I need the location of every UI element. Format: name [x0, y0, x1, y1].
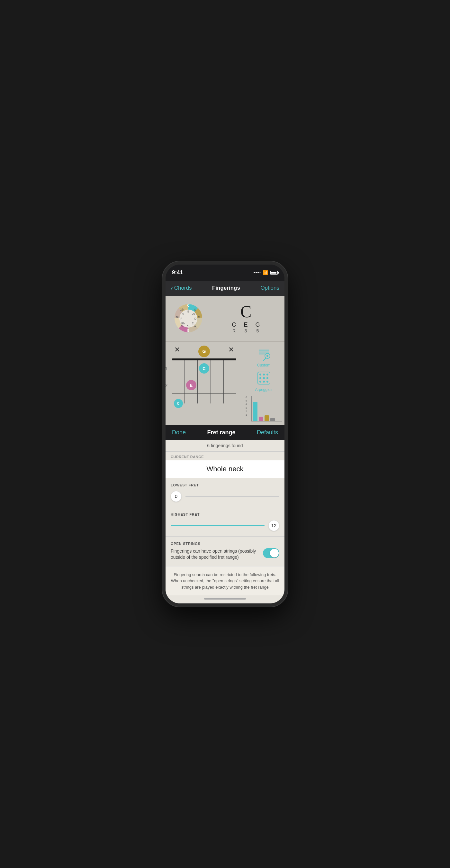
lowest-fret-slider-row: 0	[171, 491, 279, 502]
svg-point-27	[263, 381, 265, 382]
bottom-bar: Done Fret range Defaults	[165, 425, 285, 440]
fret-cell-1-2	[185, 361, 198, 377]
fret-cell-2-3	[198, 377, 211, 394]
fret-row-3: C	[172, 394, 236, 403]
options-button[interactable]: Options	[260, 285, 279, 291]
fret-cell-3-3	[198, 394, 211, 403]
fretboard-grid: 1 C 2 E	[172, 359, 236, 403]
note-name-e: E	[244, 321, 248, 328]
lowest-fret-label: LOWEST FRET	[171, 483, 279, 487]
current-range-header: CURRENT RANGE	[165, 452, 285, 460]
note-interval-g: 5	[257, 328, 259, 333]
fret-cell-3-2	[185, 394, 198, 403]
lowest-fret-section: LOWEST FRET 0	[165, 478, 285, 507]
chart-bar-2	[259, 416, 263, 421]
note-interval-c: R	[232, 328, 235, 333]
svg-point-23	[259, 377, 261, 379]
open-strings-desc: Fingerings can have open strings (possib…	[171, 548, 259, 561]
chord-notes: C R E 3 G 5	[232, 321, 260, 333]
chart-bars	[251, 396, 282, 422]
svg-text:Bb: Bb	[176, 316, 179, 319]
svg-point-24	[263, 377, 265, 379]
svg-point-28	[266, 381, 268, 382]
defaults-button[interactable]: Defaults	[257, 429, 278, 436]
battery-icon	[270, 271, 278, 275]
svg-text:F: F	[180, 317, 182, 320]
svg-text:D: D	[198, 316, 200, 319]
fret-cell-3-4	[211, 394, 224, 403]
finger-dot-c2: C	[174, 399, 183, 408]
chord-info: C C R E 3 G 5	[213, 304, 279, 333]
info-text: Fingering search can be restricted to th…	[171, 571, 279, 591]
wifi-icon: 📶	[263, 270, 268, 275]
fret-row-1: 1 C	[172, 361, 236, 377]
chart-bar-1	[253, 402, 257, 421]
bottom-title: Fret range	[207, 429, 235, 436]
top-markers: ✕ G ✕	[169, 346, 239, 357]
y-label-2: 2	[246, 410, 247, 413]
arpeggios-label: Arpeggios	[255, 388, 272, 392]
done-button[interactable]: Done	[172, 429, 186, 436]
open-strings-section: OPEN STRINGS Fingerings can have open st…	[165, 536, 285, 566]
svg-point-18	[266, 355, 268, 357]
highest-fret-fill	[171, 525, 264, 526]
settings-area: 6 fingerings found CURRENT RANGE Whole n…	[165, 440, 285, 604]
chord-note-c: C R	[232, 321, 236, 333]
y-label-5: 5	[246, 399, 247, 402]
note-name-g: G	[256, 321, 260, 328]
highest-fret-thumb[interactable]: 12	[268, 520, 279, 531]
y-label-1: 1	[246, 413, 247, 416]
lowest-fret-track[interactable]	[186, 496, 279, 497]
finger-dot-c: C	[199, 363, 209, 374]
y-label-3: 3	[246, 406, 247, 409]
finger-dot-e: E	[186, 380, 196, 390]
fret-number-1: 1	[165, 366, 167, 371]
svg-text:B: B	[181, 325, 183, 328]
custom-button[interactable]: Custom	[246, 346, 282, 368]
fret-cell-2-2: E	[185, 377, 198, 394]
svg-text:E: E	[187, 329, 190, 333]
circle-of-fifths[interactable]: B Db D Eb Bb Gb F A C G D A E B Bb Gb	[171, 301, 206, 336]
lowest-fret-thumb[interactable]: 0	[171, 491, 182, 502]
nav-bar: ‹ Chords Fingerings Options	[165, 281, 285, 296]
home-bar	[204, 598, 246, 599]
open-strings-toggle-row: Fingerings can have open strings (possib…	[171, 548, 279, 561]
marker-x-1: ✕	[171, 346, 184, 357]
svg-text:G: G	[194, 308, 196, 311]
svg-text:Bb: Bb	[186, 325, 190, 328]
chord-note-g: G 5	[256, 321, 260, 333]
page-title: Fingerings	[212, 285, 240, 291]
fretboard-section[interactable]: ✕ G ✕ 1 C	[165, 342, 243, 425]
open-strings-label: OPEN STRINGS	[171, 542, 279, 546]
open-strings-toggle[interactable]	[263, 548, 279, 558]
status-bar: 9:41 📶	[165, 265, 285, 281]
marker-x-2: ✕	[225, 346, 237, 357]
fret-cell-2-4	[211, 377, 224, 394]
fret-cell-1-1	[172, 361, 185, 377]
arpeggios-button[interactable]: Arpeggios	[246, 370, 282, 392]
findings-text: 6 fingerings found	[207, 443, 243, 448]
highest-fret-label: HIGHEST FRET	[171, 513, 279, 516]
svg-point-22	[266, 374, 268, 375]
signal-icon	[254, 272, 261, 273]
note-interval-e: 3	[245, 328, 247, 333]
highest-fret-slider-row: 12	[171, 520, 279, 531]
fret-cell-3-5	[224, 394, 236, 403]
mini-chart: 1 2 3 4 5 6	[246, 396, 282, 422]
y-label-6: 6	[246, 396, 247, 399]
custom-label: Custom	[257, 363, 270, 368]
svg-text:D: D	[194, 317, 197, 320]
back-button[interactable]: ‹ Chords	[171, 284, 192, 292]
svg-text:C: C	[187, 304, 189, 307]
chord-root: C	[240, 304, 252, 320]
svg-text:Gb: Gb	[180, 308, 184, 311]
chart-bar-3	[264, 415, 269, 421]
svg-point-20	[259, 374, 261, 375]
status-icons: 📶	[254, 270, 278, 275]
highest-fret-track[interactable]	[171, 525, 264, 526]
chord-display-area: B Db D Eb Bb Gb F A C G D A E B Bb Gb C …	[165, 296, 285, 341]
notch	[204, 265, 246, 274]
svg-point-25	[266, 377, 268, 379]
top-dot-g: G	[198, 346, 210, 357]
fret-cell-2-1	[172, 377, 185, 394]
